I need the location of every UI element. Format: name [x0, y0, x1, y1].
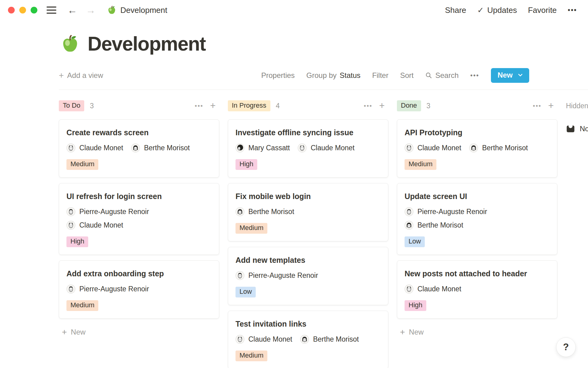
column-header: To Do 3 ••• + — [59, 100, 219, 111]
assignee: Claude Monet — [298, 144, 354, 152]
priority-badge: Low — [405, 236, 425, 247]
sidebar-menu-button[interactable] — [47, 6, 56, 14]
check-icon: ✓ — [477, 6, 484, 15]
new-card-label: New — [71, 328, 85, 336]
assignee: Pierre-Auguste Renoir — [66, 285, 149, 293]
avatar-pierre-auguste-renoir-icon — [405, 207, 413, 216]
column-add-icon[interactable]: + — [379, 100, 385, 111]
add-view-button[interactable]: + Add a view — [59, 71, 103, 80]
avatar-pierre-auguste-renoir-icon — [66, 285, 75, 293]
favorite-button[interactable]: Favorite — [528, 6, 557, 15]
page-title[interactable]: Development — [88, 33, 205, 55]
card-test-invitation-links[interactable]: Test invitation links Claude Monet Berth… — [228, 311, 388, 368]
properties-button[interactable]: Properties — [261, 71, 295, 80]
card-create-rewards-screen[interactable]: Create rewards screen Claude Monet Berth… — [59, 119, 219, 178]
help-label: ? — [563, 342, 569, 353]
close-button[interactable] — [8, 7, 15, 13]
hidden-columns-panel: Hidden columns No Status — [566, 100, 588, 133]
updates-button[interactable]: ✓ Updates — [477, 6, 517, 15]
card-update-screen-ui[interactable]: Update screen UI Pierre-Auguste Renoir B… — [397, 183, 557, 255]
avatar-claude-monet-icon — [405, 144, 413, 152]
view-controls: Properties Group by Status Filter Sort S… — [261, 68, 529, 83]
search-icon — [425, 72, 432, 79]
filter-button[interactable]: Filter — [372, 71, 388, 80]
add-view-label: Add a view — [67, 71, 103, 80]
new-card-label: New — [409, 328, 424, 336]
column-new-card-button[interactable]: + New — [400, 327, 557, 337]
chevron-down-icon[interactable] — [518, 72, 523, 78]
priority-badge: Medium — [236, 351, 267, 361]
page-icon-apple[interactable] — [61, 34, 80, 53]
card-title: Add extra onboarding step — [66, 269, 212, 278]
assignee: Claude Monet — [236, 335, 292, 344]
assignee: Berthe Morisot — [405, 221, 463, 230]
view-toolbar: + Add a view Properties Group by Status … — [59, 68, 588, 83]
group-by-button[interactable]: Group by Status — [306, 71, 360, 80]
assignee: Claude Monet — [66, 221, 123, 230]
hidden-column-label: No Status — [580, 125, 588, 133]
view-more-icon[interactable]: ••• — [470, 71, 479, 79]
breadcrumb-title: Development — [120, 6, 167, 15]
assignee-name: Pierre-Auguste Renoir — [79, 285, 149, 293]
minimize-button[interactable] — [19, 7, 26, 13]
column-more-icon[interactable]: ••• — [195, 102, 203, 109]
avatar-claude-monet-icon — [236, 335, 244, 344]
card-api-prototyping[interactable]: API Prototyping Claude Monet Berthe Mori… — [397, 119, 557, 178]
help-button[interactable]: ? — [556, 337, 576, 357]
priority-badge: Medium — [236, 223, 267, 234]
column-status-badge[interactable]: To Do — [59, 100, 84, 111]
inbox-icon — [566, 124, 575, 133]
priority-badge: Medium — [66, 300, 98, 311]
priority-badge: Low — [236, 287, 256, 297]
card-ui-refresh-for-login-screen[interactable]: UI refresh for login screen Pierre-Augus… — [59, 183, 219, 255]
assignee-name: Claude Monet — [311, 144, 354, 152]
card-add-new-templates[interactable]: Add new templates Pierre-Auguste Renoir … — [228, 247, 388, 305]
assignee: Berthe Morisot — [469, 144, 528, 152]
column-more-icon[interactable]: ••• — [533, 102, 541, 109]
priority-badge: High — [236, 159, 257, 170]
assignee: Berthe Morisot — [236, 207, 294, 216]
avatar-claude-monet-icon — [405, 285, 413, 293]
assignee: Berthe Morisot — [300, 335, 359, 344]
forward-arrow-icon[interactable]: → — [86, 5, 96, 15]
card-title: Add new templates — [236, 256, 381, 265]
assignee: Pierre-Auguste Renoir — [66, 207, 149, 216]
column-in-progress: In Progress 4 ••• + Investigate offline … — [228, 100, 388, 368]
assignee-name: Claude Monet — [248, 335, 292, 343]
share-button[interactable]: Share — [445, 6, 466, 15]
card-new-posts-not-attached-to-header[interactable]: New posts not attached to header Claude … — [397, 260, 557, 319]
sort-button[interactable]: Sort — [400, 71, 413, 80]
priority-badge: Medium — [66, 159, 98, 170]
new-button[interactable]: New — [491, 68, 529, 83]
card-add-extra-onboarding-step[interactable]: Add extra onboarding step Pierre-Auguste… — [59, 260, 219, 319]
column-add-icon[interactable]: + — [548, 100, 554, 111]
avatar-claude-monet-icon — [66, 144, 75, 152]
priority-badge: High — [66, 236, 88, 247]
maximize-button[interactable] — [31, 7, 37, 13]
hidden-column-no-status[interactable]: No Status — [566, 124, 588, 133]
priority-badge: High — [405, 300, 426, 311]
plus-icon: + — [400, 327, 405, 337]
card-investigate-offline-syncing-issue[interactable]: Investigate offline syncing issue Mary C… — [228, 119, 388, 178]
column-new-card-button[interactable]: + New — [62, 327, 219, 337]
card-fix-mobile-web-login[interactable]: Fix mobile web login Berthe Morisot Medi… — [228, 183, 388, 241]
column-status-badge[interactable]: Done — [397, 100, 421, 111]
column-add-icon[interactable]: + — [210, 100, 216, 111]
breadcrumb[interactable]: Development — [107, 6, 167, 15]
assignee-name: Berthe Morisot — [417, 221, 463, 229]
hidden-columns-label[interactable]: Hidden columns — [566, 100, 588, 110]
card-title: Investigate offline syncing issue — [236, 128, 381, 137]
avatar-berthe-morisot-icon — [405, 221, 413, 230]
updates-label: Updates — [487, 6, 517, 15]
more-options-icon[interactable]: ••• — [568, 6, 577, 14]
search-button[interactable]: Search — [425, 71, 458, 80]
kanban-board: To Do 3 ••• + Create rewards screen Clau… — [59, 100, 588, 368]
toolbar-divider — [59, 90, 588, 90]
assignee: Pierre-Auguste Renoir — [405, 207, 487, 216]
column-more-icon[interactable]: ••• — [364, 102, 372, 109]
column-status-badge[interactable]: In Progress — [228, 100, 270, 111]
back-arrow-icon[interactable]: ← — [67, 5, 77, 15]
assignee: Pierre-Auguste Renoir — [236, 271, 318, 280]
plus-icon: + — [62, 327, 67, 337]
column-count: 3 — [427, 102, 431, 110]
